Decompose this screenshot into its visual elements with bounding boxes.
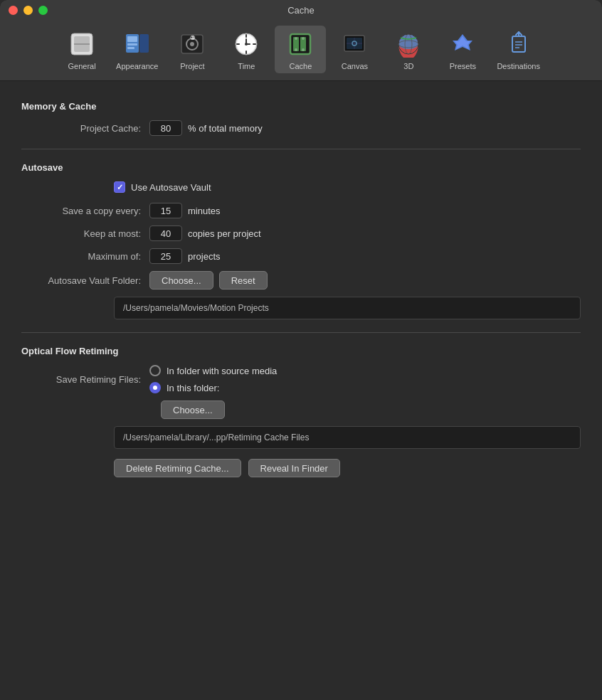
save-copy-suffix: minutes — [188, 206, 221, 216]
choose-vault-button[interactable]: Choose... — [149, 271, 213, 290]
vault-folder-row: Autosave Vault Folder: Choose... Reset — [21, 271, 581, 290]
radio-this-folder[interactable] — [149, 382, 161, 393]
save-copy-label: Save a copy every: — [21, 206, 149, 216]
toolbar-item-appearance[interactable]: Appearance — [110, 26, 164, 73]
time-icon — [231, 28, 262, 60]
radio-source-label: In folder with source media — [167, 366, 277, 376]
toolbar-item-canvas[interactable]: Canvas — [329, 26, 380, 73]
titlebar: Cache — [0, 0, 602, 20]
keep-most-suffix: copies per project — [188, 228, 261, 239]
cache-icon — [285, 28, 316, 60]
save-copy-row: Save a copy every: minutes — [21, 203, 581, 218]
svg-text:③: ③ — [190, 35, 195, 41]
svg-rect-38 — [512, 36, 525, 52]
autosave-section-title: Autosave — [21, 162, 581, 173]
retiming-path-display: /Users/pamela/Library/...pp/Retiming Cac… — [114, 426, 581, 449]
svg-rect-6 — [127, 43, 137, 46]
toolbar-item-3d[interactable]: 3D — [383, 26, 434, 73]
svg-rect-7 — [127, 47, 134, 49]
toolbar-label-3d: 3D — [403, 62, 413, 70]
toolbar-label-destinations: Destinations — [497, 62, 540, 70]
save-retiming-row: Save Retiming Files: In folder with sour… — [21, 365, 581, 393]
close-button[interactable] — [9, 6, 18, 15]
svg-rect-4 — [139, 34, 149, 53]
vault-path-display: /Users/pamela/Movies/Motion Projects — [114, 297, 581, 319]
toolbar-label-cache: Cache — [289, 62, 312, 70]
appearance-icon — [122, 28, 153, 60]
toolbar-item-general[interactable]: General — [56, 26, 107, 73]
save-copy-input[interactable] — [149, 203, 182, 218]
main-content: Memory & Cache Project Cache: % of total… — [0, 81, 602, 499]
canvas-icon — [339, 28, 370, 60]
use-autosave-vault-label: Use Autosave Vault — [131, 182, 211, 193]
use-autosave-vault-checkbox[interactable] — [114, 181, 125, 193]
toolbar-label-canvas: Canvas — [342, 62, 368, 70]
project-cache-input[interactable] — [149, 120, 182, 136]
toolbar-item-destinations[interactable]: Destinations — [491, 26, 546, 73]
svg-point-10 — [190, 42, 194, 46]
svg-point-20 — [245, 43, 248, 46]
retiming-action-buttons: Delete Retiming Cache... Reveal In Finde… — [21, 459, 581, 477]
svg-point-27 — [302, 48, 305, 51]
memory-cache-section-title: Memory & Cache — [21, 101, 581, 112]
toolbar-label-project: Project — [180, 62, 204, 70]
keep-most-label: Keep at most: — [21, 228, 149, 239]
project-cache-label: Project Cache: — [21, 123, 149, 134]
window-controls — [9, 6, 48, 15]
keep-most-input[interactable] — [149, 226, 182, 241]
maximize-button[interactable] — [38, 6, 48, 15]
max-of-row: Maximum of: projects — [21, 248, 581, 264]
project-icon: ③ — [176, 28, 208, 60]
project-cache-row: Project Cache: % of total memory — [21, 120, 581, 136]
svg-point-26 — [295, 48, 297, 51]
toolbar-item-presets[interactable]: Presets — [437, 26, 488, 73]
toolbar-label-general: General — [68, 62, 95, 70]
toolbar-label-time: Time — [238, 62, 255, 70]
delete-retiming-cache-button[interactable]: Delete Retiming Cache... — [114, 459, 241, 477]
optical-flow-section-title: Optical Flow Retiming — [21, 346, 581, 356]
window-title: Cache — [287, 5, 315, 16]
retiming-choose-row: Choose... — [21, 401, 581, 419]
save-retiming-label: Save Retiming Files: — [21, 374, 149, 385]
svg-point-24 — [295, 37, 297, 40]
toolbar-item-time[interactable]: Time — [221, 26, 272, 73]
reset-vault-button[interactable]: Reset — [219, 271, 268, 290]
3d-icon — [393, 28, 424, 60]
toolbar-item-cache[interactable]: Cache — [275, 26, 326, 73]
svg-point-25 — [302, 37, 305, 40]
toolbar-label-appearance: Appearance — [116, 62, 158, 70]
general-icon — [66, 28, 97, 60]
toolbar: General Appearance ③ Project — [0, 20, 602, 81]
destinations-icon — [503, 28, 534, 60]
max-of-input[interactable] — [149, 248, 182, 264]
vault-folder-label: Autosave Vault Folder: — [21, 275, 149, 286]
reveal-in-finder-button[interactable]: Reveal In Finder — [248, 459, 340, 477]
max-of-suffix: projects — [188, 251, 221, 262]
toolbar-label-presets: Presets — [450, 62, 476, 70]
minimize-button[interactable] — [23, 6, 33, 15]
radio-folder-label: In this folder: — [167, 383, 219, 393]
project-cache-suffix: % of total memory — [188, 123, 263, 134]
max-of-label: Maximum of: — [21, 251, 149, 262]
presets-icon — [447, 28, 478, 60]
keep-most-row: Keep at most: copies per project — [21, 226, 581, 241]
svg-rect-5 — [127, 36, 137, 42]
toolbar-item-project[interactable]: ③ Project — [167, 26, 218, 73]
radio-source-media[interactable] — [149, 365, 161, 376]
use-autosave-vault-row: Use Autosave Vault — [21, 181, 581, 193]
choose-retiming-folder-button[interactable]: Choose... — [161, 401, 225, 419]
